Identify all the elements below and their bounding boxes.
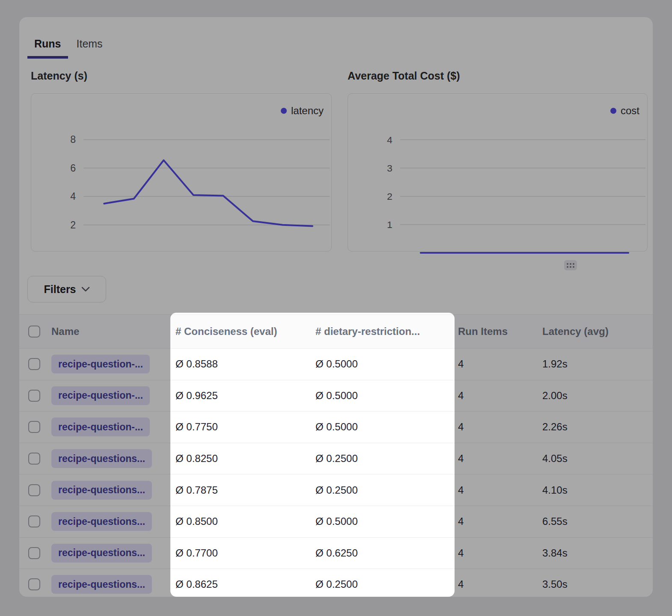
- col-latency-avg: Latency (avg): [542, 326, 653, 338]
- row-name-cell: recipe-questions...: [51, 575, 175, 594]
- row-checkbox-cell: [19, 421, 51, 433]
- dietary-restriction-value: Ø 0.5000: [315, 515, 458, 527]
- dietary-restriction-value: Ø 0.2500: [315, 484, 458, 496]
- select-all-cell: [19, 326, 51, 338]
- table-row[interactable]: recipe-question-...Ø 0.8588Ø 0.500041.92…: [19, 349, 653, 380]
- runs-panel: Runs Items Latency (s) Average Total Cos…: [19, 17, 653, 597]
- row-checkbox[interactable]: [28, 578, 40, 590]
- dietary-restriction-value: Ø 0.6250: [315, 547, 458, 559]
- run-items-value: 4: [458, 484, 542, 496]
- chevron-down-icon: [81, 287, 90, 292]
- run-items-value: 4: [458, 453, 542, 465]
- svg-text:6: 6: [70, 163, 76, 174]
- row-name-cell: recipe-questions...: [51, 544, 175, 563]
- latency-avg-value: 3.84s: [542, 547, 653, 559]
- latency-avg-value: 1.92s: [542, 358, 653, 370]
- col-name: Name: [51, 326, 175, 338]
- tab-items[interactable]: Items: [70, 33, 110, 59]
- run-name-badge[interactable]: recipe-question-...: [51, 386, 150, 405]
- row-name-cell: recipe-questions...: [51, 449, 175, 468]
- row-name-cell: recipe-question-...: [51, 418, 175, 436]
- latency-chart: 2468 latency: [31, 93, 332, 252]
- table-row[interactable]: recipe-questions...Ø 0.7700Ø 0.625043.84…: [19, 538, 653, 569]
- cost-chart-canvas: 1234: [348, 94, 647, 251]
- table-row[interactable]: recipe-question-...Ø 0.9625Ø 0.500042.00…: [19, 380, 653, 412]
- row-checkbox[interactable]: [28, 515, 40, 527]
- row-checkbox[interactable]: [28, 547, 40, 559]
- row-checkbox[interactable]: [28, 484, 40, 496]
- run-name-badge[interactable]: recipe-question-...: [51, 418, 150, 436]
- tab-runs[interactable]: Runs: [27, 33, 68, 59]
- svg-text:8: 8: [70, 134, 76, 145]
- table-body: recipe-question-...Ø 0.8588Ø 0.500041.92…: [19, 349, 653, 597]
- dietary-restriction-value: Ø 0.5000: [315, 358, 458, 370]
- row-checkbox[interactable]: [28, 390, 40, 402]
- tab-runs-label: Runs: [34, 38, 61, 50]
- run-items-value: 4: [458, 358, 542, 370]
- select-all-checkbox[interactable]: [28, 326, 40, 338]
- cost-legend: cost: [610, 105, 639, 117]
- table-row[interactable]: recipe-question-...Ø 0.7750Ø 0.500042.26…: [19, 412, 653, 443]
- conciseness-value: Ø 0.8500: [175, 515, 315, 527]
- dietary-restriction-value: Ø 0.2500: [315, 453, 458, 465]
- svg-text:3: 3: [387, 163, 392, 174]
- latency-legend-dot-icon: [281, 108, 287, 114]
- table-row[interactable]: recipe-questions...Ø 0.8625Ø 0.250043.50…: [19, 569, 653, 597]
- latency-avg-value: 4.05s: [542, 453, 653, 465]
- row-checkbox[interactable]: [28, 453, 40, 465]
- latency-avg-value: 4.10s: [542, 484, 653, 496]
- table-header: Name # Conciseness (eval) # dietary-rest…: [19, 314, 653, 349]
- svg-text:2: 2: [70, 219, 76, 231]
- row-name-cell: recipe-question-...: [51, 386, 175, 405]
- run-items-value: 4: [458, 390, 542, 402]
- row-checkbox-cell: [19, 484, 51, 496]
- latency-avg-value: 2.00s: [542, 390, 653, 402]
- run-items-value: 4: [458, 515, 542, 527]
- cost-legend-dot-icon: [610, 108, 616, 114]
- table-row[interactable]: recipe-questions...Ø 0.8250Ø 0.250044.05…: [19, 443, 653, 475]
- table-row[interactable]: recipe-questions...Ø 0.7875Ø 0.250044.10…: [19, 474, 653, 506]
- app-screen: Runs Items Latency (s) Average Total Cos…: [0, 0, 672, 616]
- latency-chart-title: Latency (s): [31, 70, 87, 82]
- conciseness-value: Ø 0.8250: [175, 453, 315, 465]
- cost-chart: 1234 cost: [348, 93, 648, 252]
- row-checkbox-cell: [19, 453, 51, 465]
- latency-avg-value: 3.50s: [542, 578, 653, 590]
- run-name-badge[interactable]: recipe-questions...: [51, 449, 152, 468]
- row-name-cell: recipe-questions...: [51, 512, 175, 531]
- svg-text:4: 4: [387, 134, 392, 145]
- panel-resize-handle[interactable]: [564, 260, 577, 270]
- svg-text:2: 2: [387, 191, 392, 202]
- conciseness-value: Ø 0.8625: [175, 578, 315, 590]
- row-checkbox[interactable]: [28, 421, 40, 433]
- conciseness-value: Ø 0.8588: [175, 358, 315, 370]
- run-items-value: 4: [458, 578, 542, 590]
- row-name-cell: recipe-questions...: [51, 481, 175, 500]
- svg-text:1: 1: [387, 219, 392, 230]
- run-name-badge[interactable]: recipe-questions...: [51, 512, 152, 531]
- conciseness-value: Ø 0.9625: [175, 390, 315, 402]
- filters-button-label: Filters: [44, 283, 76, 296]
- filters-button[interactable]: Filters: [27, 276, 106, 302]
- runs-table: Name # Conciseness (eval) # dietary-rest…: [19, 314, 653, 597]
- run-name-badge[interactable]: recipe-question-...: [51, 355, 150, 373]
- cost-chart-title: Average Total Cost ($): [348, 70, 460, 82]
- tab-bar: Runs Items: [27, 33, 110, 59]
- col-dietary-restriction: # dietary-restriction...: [315, 326, 458, 338]
- latency-legend-label: latency: [291, 105, 324, 117]
- cost-legend-label: cost: [621, 105, 639, 117]
- run-items-value: 4: [458, 547, 542, 559]
- run-name-badge[interactable]: recipe-questions...: [51, 544, 152, 563]
- row-name-cell: recipe-question-...: [51, 355, 175, 373]
- row-checkbox-cell: [19, 358, 51, 370]
- run-items-value: 4: [458, 421, 542, 433]
- run-name-badge[interactable]: recipe-questions...: [51, 481, 152, 500]
- row-checkbox-cell: [19, 547, 51, 559]
- tab-items-label: Items: [77, 38, 103, 50]
- run-name-badge[interactable]: recipe-questions...: [51, 575, 152, 594]
- table-row[interactable]: recipe-questions...Ø 0.8500Ø 0.500046.55…: [19, 506, 653, 538]
- dietary-restriction-value: Ø 0.2500: [315, 578, 458, 590]
- latency-chart-canvas: 2468: [31, 94, 331, 251]
- row-checkbox[interactable]: [28, 358, 40, 370]
- conciseness-value: Ø 0.7700: [175, 547, 315, 559]
